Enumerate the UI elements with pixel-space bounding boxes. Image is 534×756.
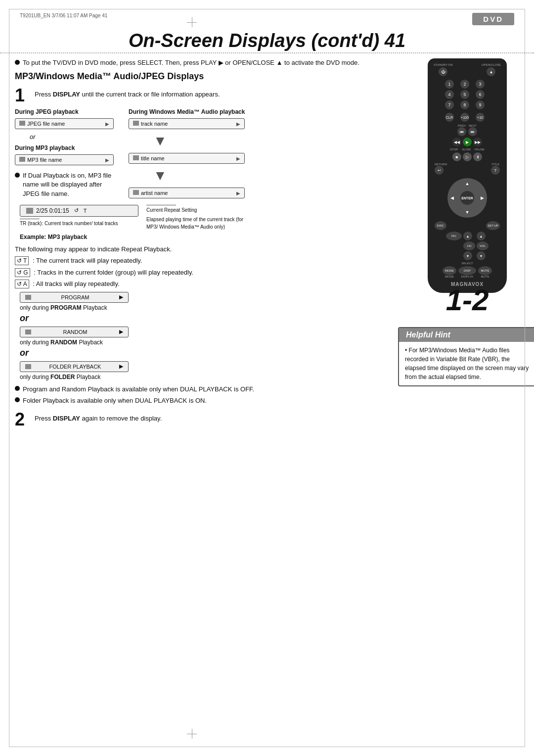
btn-1[interactable]: 1 bbox=[445, 80, 454, 89]
select-label: SELECT bbox=[461, 262, 473, 265]
stop-row: ■ ▷ ⏸ bbox=[431, 152, 504, 161]
mode-display-mute-row: MODE MODE DISP DISPLAY MUTE MUTE bbox=[431, 266, 504, 278]
mode-btn[interactable]: MODE bbox=[443, 266, 456, 275]
jpeg-arrow: ▶ bbox=[105, 121, 109, 127]
crosshair-top bbox=[187, 17, 197, 27]
windows-label: During Windows Media™ Audio playback bbox=[129, 108, 245, 115]
helpful-hint-text: For MP3/Windows Media™ Audio files recor… bbox=[405, 347, 529, 380]
repeat-symbol-t: ↺ T bbox=[15, 256, 29, 265]
return-title-row: RETURN ↩ TITLE T bbox=[431, 163, 504, 175]
random-caption: only during RANDOM Playback bbox=[20, 339, 405, 346]
next-btn[interactable]: ⏭ bbox=[468, 127, 477, 136]
callouts-right: Current Repeat Setting Elapsed playing t… bbox=[146, 205, 245, 231]
windows-col: During Windows Media™ Audio playback tra… bbox=[129, 108, 245, 198]
btn-4[interactable]: 4 bbox=[445, 90, 454, 99]
intro-bullet: To put the TV/DVD in DVD mode, press SEL… bbox=[15, 58, 405, 67]
standby-btn[interactable]: ⏻ bbox=[439, 67, 447, 76]
step-1-number: 1 bbox=[15, 87, 30, 104]
btn-2[interactable]: 2 bbox=[460, 80, 469, 89]
random-lcd: RANDOM ▶ bbox=[20, 327, 129, 337]
slow-btn[interactable]: ▷ bbox=[463, 152, 472, 161]
return-label: RETURN bbox=[435, 163, 447, 166]
ch-up-btn[interactable]: ▲ bbox=[463, 232, 472, 240]
arrow-down-1: ▼ bbox=[153, 133, 245, 149]
btn-8[interactable]: 8 bbox=[460, 100, 469, 109]
remote-wrap: STANDBY·ON ⏻ OPEN/CLOSE ▲ 1 2 3 4 5 6 bbox=[428, 58, 507, 293]
print-info: T9201UB_EN 3/7/06 11:07 AM Page 41 bbox=[20, 13, 107, 18]
mp3-label: During MP3 playback bbox=[15, 144, 114, 151]
sample-display-area: 2/25 0:01:15 ↺ T TR (track): Current tra… bbox=[20, 205, 405, 240]
vol-down-btn[interactable]: ▼ bbox=[477, 251, 486, 260]
program-icon bbox=[25, 295, 31, 300]
num-grid: 1 2 3 4 5 6 7 8 9 bbox=[445, 80, 490, 109]
open-close-label: OPEN/CLOSE bbox=[482, 63, 501, 66]
ch-col: ▲ CH ▼ bbox=[463, 232, 475, 260]
play-btn[interactable]: ▶ bbox=[463, 138, 472, 146]
display-btn[interactable]: DISP bbox=[458, 266, 476, 275]
dual-bullet-text: If Dual Playback is on, MP3 file name wi… bbox=[23, 171, 114, 198]
setup-btn[interactable]: SET-UP bbox=[486, 221, 500, 230]
play-row: ◀◀ ▶ ▶▶ bbox=[431, 138, 504, 146]
btn-plus100[interactable]: +100 bbox=[460, 113, 469, 122]
intro-text: To put the TV/DVD in DVD mode, press SEL… bbox=[23, 58, 359, 67]
title-btn[interactable]: T bbox=[491, 166, 500, 175]
repeat-item-a: ↺ A : All tracks will play repeatedly. bbox=[15, 279, 405, 289]
t-indicator: T bbox=[84, 208, 87, 214]
nav-right[interactable]: ▶ bbox=[481, 195, 484, 200]
btn-5[interactable]: 5 bbox=[460, 90, 469, 99]
rewind-btn[interactable]: ◀◀ bbox=[452, 138, 461, 146]
page-header: T9201UB_EN 3/7/06 11:07 AM Page 41 DVD bbox=[0, 0, 534, 25]
nav-ring: ▲ ▼ ◀ ▶ ENTER bbox=[447, 178, 487, 218]
remote-top-row: STANDBY·ON ⏻ OPEN/CLOSE ▲ bbox=[431, 62, 504, 77]
btn-7[interactable]: 7 bbox=[445, 100, 454, 109]
bullet-folder: Folder Playback is available only when D… bbox=[15, 396, 405, 406]
crosshair-bottom bbox=[187, 729, 197, 739]
artist-icon bbox=[133, 190, 139, 195]
prev-btn[interactable]: ⏮ bbox=[457, 127, 466, 136]
ch-label: CH bbox=[463, 241, 475, 250]
bullet-folder-dot bbox=[15, 397, 20, 402]
step-1-row: 1 Press DISPLAY until the current track … bbox=[15, 87, 405, 104]
step-1-text: Press DISPLAY until the current track or… bbox=[35, 87, 220, 99]
ffwd-btn[interactable]: ▶▶ bbox=[473, 138, 482, 146]
mp3-lcd-box: MP3 file name ▶ bbox=[15, 154, 114, 165]
page-number: 41 bbox=[385, 30, 405, 51]
standby-label: STANDBY·ON bbox=[434, 63, 453, 66]
program-area: PROGRAM ▶ only during PROGRAM Playback bbox=[20, 292, 405, 311]
repeat-intro: The following may appear to indicate Rep… bbox=[15, 244, 405, 254]
right-col: STANDBY·ON ⏻ OPEN/CLOSE ▲ 1 2 3 4 5 6 bbox=[415, 53, 519, 428]
display-boxes: During JPEG playback JPEG file name ▶ or… bbox=[15, 108, 405, 200]
nav-up[interactable]: ▲ bbox=[465, 181, 470, 186]
callout-area: TR (track): Current track number/ total … bbox=[20, 219, 138, 227]
main-title: On-Screen Displays (cont'd) 41 bbox=[0, 25, 534, 53]
jpeg-icon bbox=[19, 121, 25, 126]
picture-btn[interactable]: PIC bbox=[446, 232, 462, 240]
open-close-btn[interactable]: ▲ bbox=[487, 67, 495, 76]
jpeg-lcd-box: JPEG file name ▶ bbox=[15, 118, 114, 129]
pause-btn[interactable]: ⏸ bbox=[473, 152, 482, 161]
folder-icon bbox=[25, 364, 31, 369]
content-area: To put the TV/DVD in DVD mode, press SEL… bbox=[0, 53, 534, 428]
btn-6[interactable]: 6 bbox=[476, 90, 485, 99]
btn-plus10[interactable]: +10 bbox=[476, 113, 485, 122]
return-btn[interactable]: ↩ bbox=[435, 166, 444, 175]
helpful-hint-title: Helpful Hint bbox=[399, 328, 534, 342]
title-lcd: title name ▶ bbox=[129, 153, 245, 164]
mute-btn[interactable]: MUTE bbox=[478, 266, 492, 275]
nav-down[interactable]: ▼ bbox=[465, 210, 470, 215]
sample-lcd: 2/25 0:01:15 ↺ T bbox=[20, 205, 138, 217]
slow-label: SLOW bbox=[462, 148, 471, 151]
ch-down-btn[interactable]: ▼ bbox=[463, 251, 472, 260]
disc-btn[interactable]: DISC bbox=[435, 221, 446, 230]
prev-label: PREV bbox=[457, 124, 466, 127]
stop-btn[interactable]: ■ bbox=[452, 152, 461, 161]
title-text: On-Screen Displays (cont'd) bbox=[129, 30, 379, 51]
vol-up-btn[interactable]: ▲ bbox=[477, 232, 486, 240]
btn-clear[interactable]: CLR bbox=[445, 113, 454, 122]
enter-btn[interactable]: ENTER bbox=[460, 191, 474, 205]
btn-9[interactable]: 9 bbox=[476, 100, 485, 109]
bullet-program-dot bbox=[15, 386, 20, 391]
nav-left[interactable]: ◀ bbox=[450, 195, 454, 200]
helpful-hint-content: • For MP3/Windows Media™ Audio files rec… bbox=[399, 342, 534, 385]
btn-3[interactable]: 3 bbox=[476, 80, 485, 89]
